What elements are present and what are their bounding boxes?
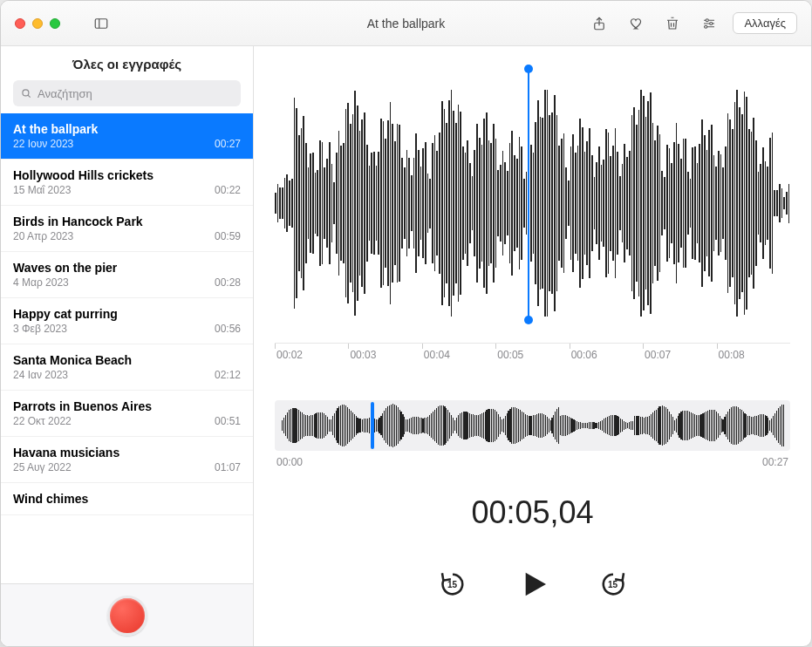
trash-icon	[665, 16, 680, 31]
search-field[interactable]	[13, 80, 241, 106]
favorite-button[interactable]	[623, 11, 649, 36]
playhead[interactable]	[528, 69, 529, 320]
recording-row[interactable]: At the ballpark22 Ιουν 202300:27	[1, 113, 253, 160]
recording-duration: 00:51	[215, 415, 241, 427]
recording-name: At the ballpark	[13, 122, 241, 136]
recording-date: 22 Οκτ 2022	[13, 415, 72, 427]
recording-date: 3 Φεβ 2023	[13, 323, 67, 335]
share-button[interactable]	[586, 11, 612, 36]
recording-duration: 00:27	[215, 138, 241, 150]
skip-forward-seconds: 15	[608, 580, 618, 589]
ruler-tick: 00:07	[643, 344, 716, 365]
recording-name: Happy cat purring	[13, 307, 241, 321]
recording-name: Birds in Hancock Park	[13, 215, 241, 228]
waveform-bars	[275, 90, 790, 317]
skip-back-seconds: 15	[447, 580, 457, 589]
recording-date: 15 Μαΐ 2023	[13, 184, 71, 196]
recording-name: Waves on the pier	[13, 261, 241, 275]
sidebar-icon	[93, 16, 109, 31]
waveform-main[interactable]	[275, 64, 790, 343]
skip-forward-button[interactable]: 15	[595, 566, 631, 603]
body: Όλες οι εγγραφές At the ballpark22 Ιουν …	[1, 46, 811, 646]
recording-duration: 00:59	[215, 230, 241, 242]
waveform-overview[interactable]	[275, 400, 790, 451]
heart-icon	[628, 16, 644, 31]
recording-duration: 01:07	[215, 461, 241, 473]
overview-end: 00:27	[762, 456, 788, 468]
recording-date: 25 Αυγ 2022	[13, 461, 72, 473]
recording-row[interactable]: Waves on the pier4 Μαρ 202300:28	[1, 252, 253, 298]
sidebar-header: Όλες οι εγγραφές	[1, 46, 253, 80]
recording-duration: 02:12	[215, 369, 241, 381]
svg-point-9	[23, 90, 29, 96]
recording-name: Hollywood Hills crickets	[13, 168, 241, 182]
traffic-lights	[15, 18, 60, 29]
recording-row[interactable]: Parrots in Buenos Aires22 Οκτ 202200:51	[1, 391, 253, 437]
svg-point-4	[706, 18, 709, 21]
search-icon	[20, 87, 32, 99]
playback-controls: 15 15	[275, 566, 790, 603]
ruler-tick: 00:08	[717, 344, 790, 365]
ruler-tick: 00:05	[495, 344, 569, 365]
toolbar-right: Αλλαγές	[586, 11, 797, 36]
recording-date: 22 Ιουν 2023	[13, 138, 73, 150]
recording-row[interactable]: Wind chimes	[1, 483, 253, 515]
overview-start: 00:00	[276, 456, 303, 468]
recording-date: 4 Μαρ 2023	[13, 276, 69, 289]
recordings-list[interactable]: At the ballpark22 Ιουν 202300:27Hollywoo…	[1, 113, 253, 583]
svg-point-8	[705, 25, 707, 28]
current-time: 00:05,04	[275, 494, 790, 531]
app-window: At the ballpark	[0, 0, 812, 647]
recording-duration: 00:56	[215, 323, 241, 335]
recording-row[interactable]: Santa Monica Beach24 Ιαν 202302:12	[1, 344, 253, 391]
recording-row[interactable]: Hollywood Hills crickets15 Μαΐ 202300:22	[1, 160, 253, 206]
recording-row[interactable]: Havana musicians25 Αυγ 202201:07	[1, 437, 253, 483]
recording-date: 24 Ιαν 2023	[13, 369, 68, 381]
share-icon	[591, 16, 607, 31]
ruler-tick: 00:06	[570, 344, 643, 365]
search-input[interactable]	[38, 87, 234, 100]
recording-date: 20 Απρ 2023	[13, 230, 73, 242]
sidebar: Όλες οι εγγραφές At the ballpark22 Ιουν …	[1, 46, 254, 646]
play-button[interactable]	[515, 566, 551, 603]
minimize-window-button[interactable]	[32, 18, 43, 29]
record-button[interactable]	[107, 596, 147, 636]
ruler-tick: 00:03	[348, 344, 421, 365]
sliders-icon	[701, 16, 717, 31]
ruler-tick: 00:04	[422, 344, 495, 365]
window-title: At the ballpark	[367, 17, 446, 31]
close-window-button[interactable]	[15, 18, 25, 29]
svg-rect-0	[95, 18, 107, 28]
delete-button[interactable]	[659, 11, 686, 36]
ruler-tick: 00:02	[275, 344, 348, 365]
recording-duration: 00:28	[215, 276, 241, 289]
toggle-sidebar-button[interactable]	[88, 11, 114, 36]
settings-button[interactable]	[696, 11, 722, 36]
overview-labels: 00:00 00:27	[275, 456, 790, 468]
svg-point-6	[710, 22, 713, 24]
time-ruler: 00:0200:0300:0400:0500:0600:0700:08	[275, 343, 790, 365]
recording-row[interactable]: Birds in Hancock Park20 Απρ 202300:59	[1, 206, 253, 252]
recording-row[interactable]: Happy cat purring3 Φεβ 202300:56	[1, 298, 253, 344]
recording-name: Wind chimes	[13, 492, 241, 506]
recording-name: Havana musicians	[13, 446, 241, 460]
record-bar	[1, 583, 253, 646]
changes-button[interactable]: Αλλαγές	[733, 12, 797, 34]
main-panel: 00:0200:0300:0400:0500:0600:0700:08 00:0…	[254, 46, 811, 646]
recording-name: Parrots in Buenos Aires	[13, 399, 241, 413]
titlebar: At the ballpark	[1, 1, 811, 46]
play-icon	[515, 567, 550, 602]
overview-bars	[282, 405, 783, 446]
zoom-window-button[interactable]	[50, 18, 60, 29]
skip-back-button[interactable]: 15	[434, 566, 471, 603]
svg-line-10	[28, 95, 31, 98]
overview-playhead[interactable]	[371, 402, 374, 449]
recording-name: Santa Monica Beach	[13, 353, 241, 367]
recording-duration: 00:22	[215, 184, 241, 196]
